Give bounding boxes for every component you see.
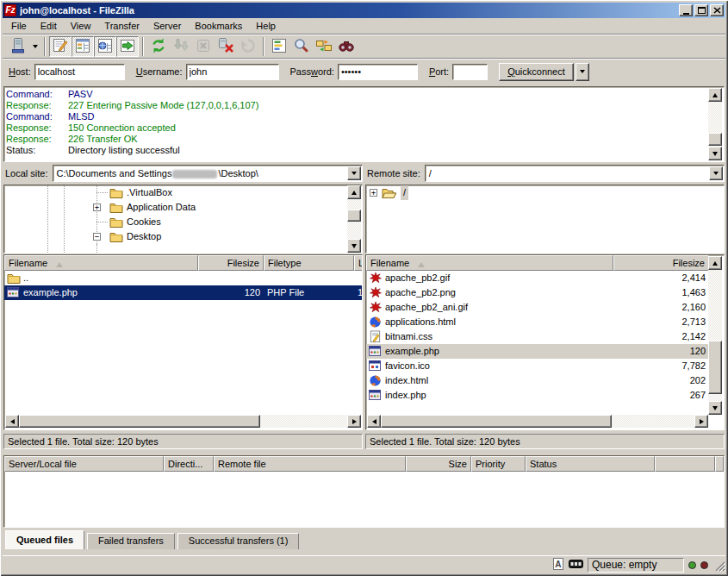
remote-file-list-hscrollbar[interactable] <box>367 415 708 429</box>
tree-item-application-data[interactable]: +Application Data <box>4 200 362 215</box>
tree-item-desktop[interactable]: −Desktop <box>4 229 362 244</box>
expand-icon[interactable]: + <box>93 203 101 211</box>
scroll-thumb[interactable] <box>708 133 722 146</box>
menu-view[interactable]: View <box>64 18 98 34</box>
refresh-button[interactable] <box>147 36 170 57</box>
tree-item-root[interactable]: +/ <box>366 185 724 200</box>
remote-file-list-vscrollbar[interactable] <box>708 256 723 415</box>
file-row-example.php[interactable]: example.php120PHP File1 <box>4 285 362 300</box>
local-file-list-header: FilenameFilesizeFiletypeL <box>4 255 362 271</box>
tree-connector <box>96 192 108 193</box>
file-row-apache-pb2.gif[interactable]: apache_pb2.gif2,414 <box>366 271 709 285</box>
scroll-thumb[interactable] <box>347 210 361 222</box>
column-header-filesize[interactable]: Filesize <box>613 255 709 271</box>
file-row-apache-pb2.png[interactable]: apache_pb2.png1,463 <box>366 285 709 300</box>
toggle-local-tree-button[interactable] <box>72 36 94 57</box>
message-log-scrollbar[interactable] <box>708 88 723 160</box>
column-header-status[interactable]: Status <box>526 456 655 472</box>
tab-failed-transfers[interactable]: Failed transfers <box>87 533 175 549</box>
local-site-combo[interactable]: C:\Documents and Settings\Desktop\ <box>53 165 363 182</box>
remote-site-combo[interactable]: / <box>425 165 725 182</box>
scroll-down-button[interactable] <box>347 239 361 253</box>
site-manager-button[interactable] <box>7 36 29 57</box>
resize-grip[interactable] <box>714 560 725 573</box>
port-input[interactable] <box>452 64 488 80</box>
site-manager-dropdown-button[interactable] <box>29 36 40 57</box>
column-header-filesize[interactable]: Filesize <box>198 255 264 271</box>
quickconnect-button[interactable]: Quickconnect <box>499 63 574 81</box>
remote-site-dropdown-button[interactable] <box>709 166 723 180</box>
file-row-..[interactable]: .. <box>4 271 362 285</box>
maximize-button[interactable] <box>694 4 708 16</box>
menu-edit[interactable]: Edit <box>34 18 64 34</box>
scroll-up-button[interactable] <box>708 88 722 102</box>
close-icon <box>713 7 721 14</box>
tab-queued-files[interactable]: Queued files <box>5 530 84 549</box>
toggle-remote-tree-button[interactable] <box>94 36 116 57</box>
directory-filters-button[interactable] <box>268 36 290 57</box>
column-header-server-local-file[interactable]: Server/Local file <box>4 456 164 472</box>
scroll-right-button[interactable] <box>694 415 708 428</box>
column-header-filename[interactable]: Filename <box>366 255 613 271</box>
toggle-queue-button[interactable] <box>116 36 139 57</box>
column-header-filename[interactable]: Filename <box>4 255 198 271</box>
directory-comparison-button[interactable] <box>290 36 313 57</box>
column-header-directi-[interactable]: Directi... <box>164 456 214 472</box>
menu-file[interactable]: File <box>4 18 34 34</box>
scroll-thumb[interactable] <box>19 415 260 428</box>
port-label: Port: <box>429 66 449 77</box>
column-header-l[interactable]: L <box>354 255 362 271</box>
refresh-icon <box>150 37 167 56</box>
find-files-button[interactable] <box>335 36 358 57</box>
file-row-apache-pb2-ani.gif[interactable]: apache_pb2_ani.gif2,160 <box>366 300 709 315</box>
ico-icon <box>368 360 383 373</box>
toggle-message-log-button[interactable] <box>49 36 72 57</box>
menu-help[interactable]: Help <box>249 18 283 34</box>
file-row-bitnami.css[interactable]: bitnami.css2,142 <box>366 329 709 344</box>
scroll-left-button[interactable] <box>5 415 19 428</box>
collapse-icon[interactable]: − <box>93 233 101 241</box>
local-file-list-hscrollbar[interactable] <box>5 415 361 429</box>
menu-bookmarks[interactable]: Bookmarks <box>188 18 249 34</box>
titlebar[interactable]: Fz john@localhost - FileZilla <box>3 3 725 18</box>
column-header-filetype[interactable]: Filetype <box>264 255 354 271</box>
menu-server[interactable]: Server <box>146 18 188 34</box>
quickconnect-dropdown-button[interactable] <box>576 63 589 81</box>
password-input[interactable] <box>338 64 418 80</box>
toggle-remote-tree-icon <box>96 37 114 56</box>
column-header-remote-file[interactable]: Remote file <box>214 456 406 472</box>
tree-item-cookies[interactable]: Cookies <box>4 215 362 229</box>
file-row-favicon.ico[interactable]: favicon.ico7,782 <box>366 359 709 373</box>
local-site-dropdown-button[interactable] <box>347 166 361 180</box>
scroll-down-button[interactable] <box>708 147 722 160</box>
image-icon <box>368 272 383 285</box>
file-row-index.html[interactable]: index.html202 <box>366 373 709 388</box>
file-name-cell: .. <box>4 271 198 285</box>
scroll-thumb[interactable] <box>381 415 612 428</box>
tree-item--virtualbox[interactable]: .VirtualBox <box>4 185 362 200</box>
file-row-applications.html[interactable]: applications.html2,713 <box>366 315 709 329</box>
host-input[interactable] <box>34 64 125 80</box>
local-tree-scrollbar[interactable] <box>347 185 362 253</box>
scroll-up-button[interactable] <box>347 185 361 199</box>
file-cell: 1,463 <box>613 285 709 300</box>
scroll-right-button[interactable] <box>347 415 361 428</box>
menu-transfer[interactable]: Transfer <box>97 18 146 34</box>
username-input[interactable] <box>186 64 279 80</box>
scroll-up-button[interactable] <box>708 256 722 270</box>
column-header-blank[interactable] <box>655 456 715 472</box>
file-row-index.php[interactable]: index.php267 <box>366 388 709 403</box>
minimize-button[interactable] <box>679 4 693 16</box>
close-button[interactable] <box>710 4 724 16</box>
column-header-priority[interactable]: Priority <box>471 456 526 472</box>
expand-icon[interactable]: + <box>370 189 377 197</box>
synchronized-browsing-button[interactable] <box>313 36 335 57</box>
tab-successful-transfers-1-[interactable]: Successful transfers (1) <box>177 533 300 549</box>
scroll-down-button[interactable] <box>708 401 722 415</box>
file-row-example.php[interactable]: example.php120 <box>366 344 709 359</box>
queue-tabs: Queued filesFailed transfersSuccessful t… <box>5 530 299 549</box>
column-header-size[interactable]: Size <box>406 456 471 472</box>
disconnect-button[interactable] <box>215 36 237 57</box>
scroll-left-button[interactable] <box>367 415 381 428</box>
scroll-thumb[interactable] <box>708 341 722 394</box>
